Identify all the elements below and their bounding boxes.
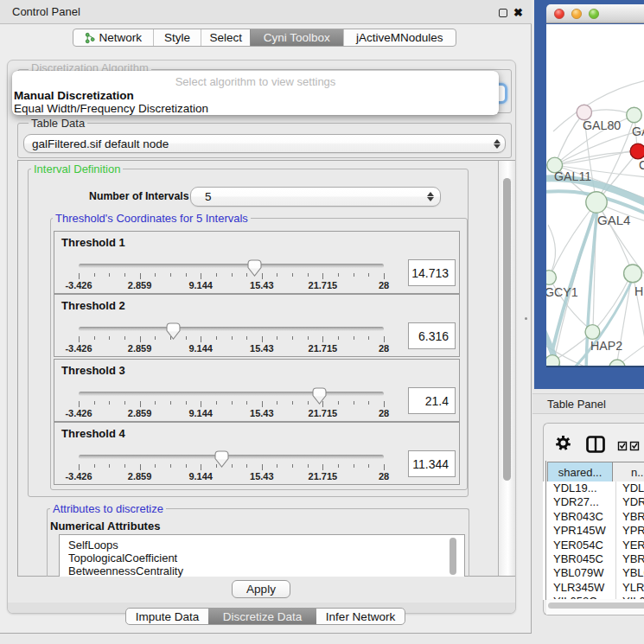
svg-text:HAP2: HAP2 xyxy=(590,339,622,353)
svg-text:GA: GA xyxy=(632,124,644,138)
svg-text:GCY1: GCY1 xyxy=(546,285,578,299)
svg-text:H: H xyxy=(634,284,643,298)
svg-text:GAL11: GAL11 xyxy=(554,169,591,183)
svg-text:GAL80: GAL80 xyxy=(583,118,621,132)
svg-text:C: C xyxy=(639,158,644,172)
svg-text:GAL4: GAL4 xyxy=(597,213,630,227)
